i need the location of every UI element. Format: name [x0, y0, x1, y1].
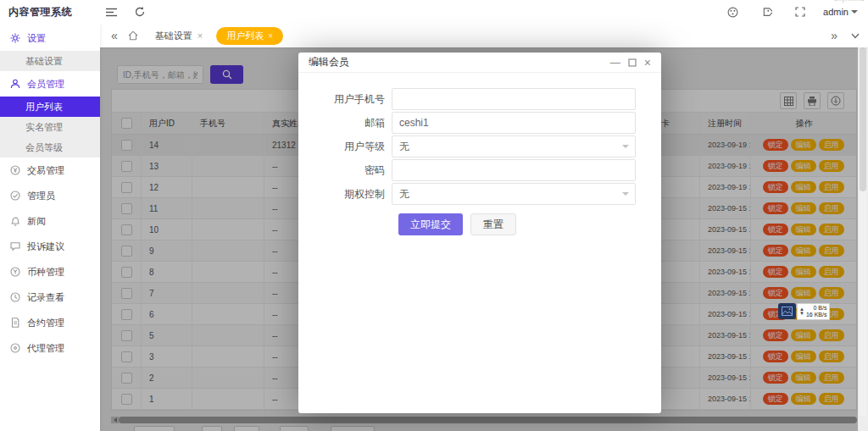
scrollbar-thumb[interactable] [860, 47, 866, 191]
modal-title: 编辑会员 [309, 55, 349, 69]
tag-icon[interactable] [755, 3, 777, 20]
app-window: 内容管理系统 0kym.me admin 设置 [0, 0, 868, 431]
field-label: 用户手机号 [298, 92, 392, 107]
form-field: 用户手机号 [298, 88, 661, 110]
field-label: 密码 [298, 163, 392, 178]
reset-button[interactable]: 重置 [470, 213, 516, 235]
sidebar-item-label: 合约管理 [27, 317, 64, 329]
network-monitor-widget: ▲▼ 0 B/s 16 KB/s [778, 302, 830, 320]
sidebar-item-记录查看[interactable]: 记录查看 [0, 285, 100, 310]
upload-speed: 0 B/s [814, 305, 827, 312]
minimize-icon[interactable]: — [610, 58, 620, 68]
admin-menu[interactable]: admin [823, 7, 858, 17]
sidebar-item-label: 交易管理 [27, 164, 64, 177]
sidebar-item-代理管理[interactable]: 代理管理 [0, 335, 100, 361]
tabs-menu-icon[interactable] [851, 33, 860, 39]
home-icon[interactable] [128, 30, 138, 41]
edit-member-modal: 编辑会员 — × 用户手机号 邮箱 用户等级 无 密码 期权控制 无 立即提交 … [298, 52, 661, 413]
theme-icon[interactable] [721, 3, 743, 20]
sidebar-item-label: 基础设置 [25, 55, 63, 68]
app-title: 内容管理系统 [0, 5, 100, 19]
user-icon [10, 79, 21, 90]
field-label: 期权控制 [298, 187, 392, 202]
sidebar-item-会员管理[interactable]: 会员管理 [0, 71, 100, 97]
用户等级-select[interactable]: 无 [392, 135, 636, 157]
sidebar-item-label: 设置 [27, 32, 46, 45]
trade-icon [10, 165, 21, 176]
sidebar-item-实名管理[interactable]: 实名管理 [0, 117, 100, 137]
close-tab-icon[interactable]: × [268, 31, 273, 41]
sidebar-item-label: 管理员 [27, 190, 55, 202]
chevron-down-icon [622, 145, 629, 148]
密码-input[interactable] [392, 159, 636, 181]
updown-arrows-icon: ▲▼ [799, 307, 804, 316]
sidebar-item-label: 实名管理 [25, 121, 63, 134]
sidebar-item-label: 投诉建议 [27, 240, 64, 253]
sidebar-item-新闻[interactable]: 新闻 [0, 208, 100, 234]
sidebar-item-投诉建议[interactable]: 投诉建议 [0, 234, 100, 259]
sidebar-item-label: 会员管理 [27, 78, 64, 91]
form-field: 密码 [298, 159, 661, 181]
close-tab-icon[interactable]: × [198, 30, 203, 41]
tab-bar: « 基础设置 × 用户列表 × » [100, 24, 868, 47]
tabs-scroll-left-icon[interactable]: « [111, 29, 118, 42]
tab-user-list[interactable]: 用户列表 × [216, 27, 283, 45]
sidebar-item-会员等级[interactable]: 会员等级 [0, 137, 100, 157]
news-bell-icon [10, 216, 21, 227]
admin-name: admin [823, 7, 849, 17]
sidebar-item-合约管理[interactable]: 合约管理 [0, 310, 100, 335]
sidebar-item-基础设置[interactable]: 基础设置 [0, 51, 100, 71]
gear-icon [10, 33, 21, 44]
用户手机号-input[interactable] [392, 88, 636, 110]
tab-basic-settings[interactable]: 基础设置 × [148, 24, 209, 47]
sidebar-item-label: 币种管理 [27, 266, 64, 279]
admin-check-icon [10, 191, 21, 202]
期权控制-select[interactable]: 无 [392, 183, 636, 205]
form-field: 用户等级 无 [298, 135, 661, 157]
watermark: 0kym.me [833, 0, 865, 3]
agency-icon [10, 343, 21, 354]
sidebar-item-用户列表[interactable]: 用户列表 [0, 97, 100, 117]
sidebar-item-币种管理[interactable]: 币种管理 [0, 259, 100, 285]
top-bar: 内容管理系统 0kym.me admin [0, 0, 868, 24]
sidebar-item-label: 用户列表 [25, 101, 63, 113]
sidebar-item-label: 会员等级 [25, 141, 63, 154]
download-speed: 16 KB/s [806, 312, 827, 318]
sidebar-item-label: 代理管理 [27, 342, 64, 355]
maximize-icon[interactable] [628, 58, 637, 67]
sidebar-item-交易管理[interactable]: 交易管理 [0, 157, 100, 183]
sidebar-item-管理员[interactable]: 管理员 [0, 183, 100, 208]
submit-button[interactable]: 立即提交 [398, 213, 463, 235]
chevron-down-icon [622, 192, 629, 196]
vertical-scrollbar[interactable] [860, 47, 866, 417]
field-label: 邮箱 [298, 116, 392, 130]
sidebar-item-label: 新闻 [27, 215, 46, 228]
refresh-icon[interactable] [129, 3, 151, 20]
tab-label: 用户列表 [226, 30, 264, 42]
field-label: 用户等级 [298, 140, 392, 154]
picture-icon [778, 303, 796, 319]
tab-label: 基础设置 [155, 30, 192, 42]
fullscreen-icon[interactable] [789, 3, 811, 20]
collapse-menu-icon[interactable] [100, 3, 122, 20]
chevron-down-icon [851, 10, 858, 14]
coin-icon [10, 267, 21, 278]
sidebar-item-label: 记录查看 [27, 291, 64, 304]
record-clock-icon [10, 292, 21, 303]
net-speed-panel: ▲▼ 0 B/s 16 KB/s [797, 303, 830, 320]
contract-icon [10, 318, 21, 329]
form-field: 期权控制 无 [298, 183, 661, 205]
sidebar: 设置 基础设置 会员管理 用户列表 实名管理 会员等级 交易管理 管理员 新闻 … [0, 24, 100, 431]
modal-title-bar[interactable]: 编辑会员 — × [298, 52, 661, 73]
modal-form: 用户手机号 邮箱 用户等级 无 密码 期权控制 无 立即提交 重置 [298, 73, 661, 235]
邮箱-input[interactable] [392, 112, 636, 134]
tabs-scroll-right-icon[interactable]: » [831, 29, 837, 42]
feedback-icon [10, 241, 21, 252]
form-field: 邮箱 [298, 112, 661, 134]
sidebar-item-设置[interactable]: 设置 [0, 25, 100, 51]
close-icon[interactable]: × [644, 57, 651, 69]
